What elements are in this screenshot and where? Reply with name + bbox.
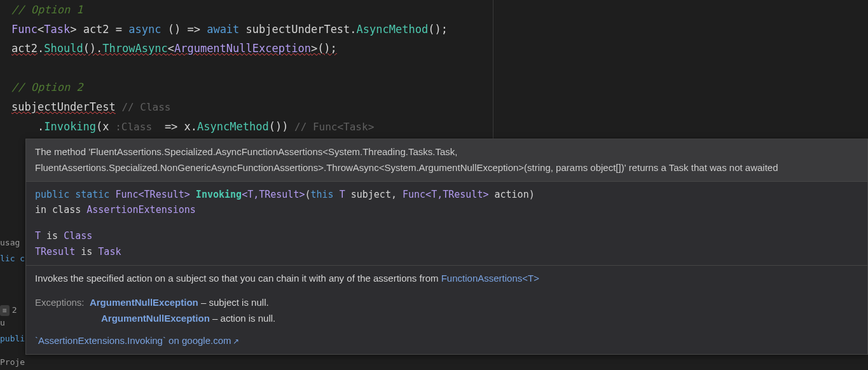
sidebar-text: lic c [0, 251, 25, 267]
blank-line [11, 58, 868, 78]
code-line: // Option 1 [11, 0, 868, 20]
code-editor[interactable]: // Option 1 Func<Task> act2 = async () =… [0, 0, 868, 137]
inline-hint: // Func<Task> [288, 121, 374, 133]
code-line: Func<Task> act2 = async () => await subj… [11, 20, 868, 39]
warning-text: The method 'FluentAssertions.Specialized… [35, 146, 778, 173]
badge-icon: ≡ [0, 305, 10, 317]
method-signature: public static Func<TResult> Invoking<T,T… [35, 187, 858, 203]
inline-hint: // Class [116, 101, 171, 113]
exception-name: ArgumentNullException [90, 297, 198, 308]
sidebar-text: publi [0, 331, 25, 347]
external-link-icon: ↗ [233, 336, 239, 348]
sidebar-text: Proje [0, 355, 25, 370]
code-line: subjectUnderTest // Class [11, 97, 868, 117]
exceptions-row: Exceptions: ArgumentNullException – subj… [35, 295, 858, 311]
code-line: .Invoking(x :Class => x.AsyncMethod()) /… [11, 117, 868, 137]
type-param-resolution: TResult is Task [35, 244, 858, 260]
exception-name: ArgumentNullException [101, 313, 210, 324]
comment: // Option 1 [11, 3, 83, 16]
tooltip-description-section: Invokes the specified action on a subjec… [26, 266, 867, 354]
description-text: Invokes the specified action on a subjec… [35, 271, 858, 287]
sidebar-fragments: usag lic c ≡2 u publi Proje [0, 235, 25, 370]
sidebar-text: ≡2 u [0, 303, 25, 332]
type-param-resolution: T is Class [35, 228, 858, 244]
tooltip-warning-section: The method 'FluentAssertions.Specialized… [26, 139, 867, 182]
code-line: // Option 2 [11, 78, 868, 97]
type-link[interactable]: FunctionAssertions<T> [441, 273, 539, 284]
sidebar-text: usag [0, 235, 25, 251]
exceptions-label: Exceptions: [35, 297, 85, 308]
intellisense-tooltip: The method 'FluentAssertions.Specialized… [25, 139, 868, 355]
inline-hint: :Class [109, 121, 158, 133]
tooltip-signature-section: public static Func<TResult> Invoking<T,T… [26, 182, 867, 266]
code-line: act2.Should().ThrowAsync<ArgumentNullExc… [11, 39, 868, 58]
exceptions-row: ArgumentNullException – action is null. [35, 311, 858, 327]
comment: // Option 2 [11, 81, 83, 93]
containing-class: in class AssertionExtensions [35, 202, 858, 218]
external-search-link[interactable]: `AssertionExtensions.Invoking` on google… [35, 333, 858, 349]
